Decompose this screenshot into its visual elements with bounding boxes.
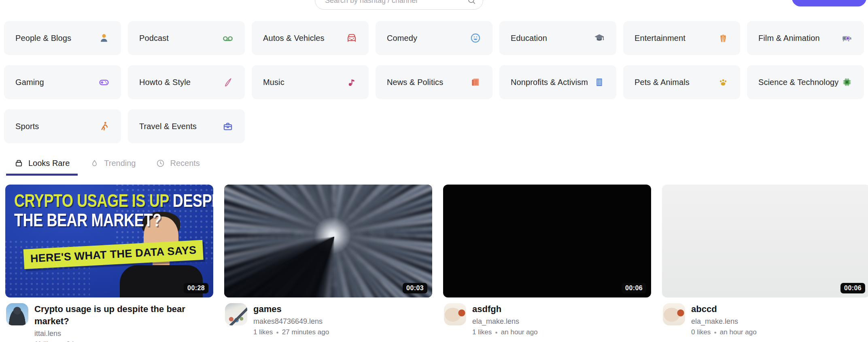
category-pets-animals[interactable]: Pets & Animals — [623, 65, 740, 99]
car-icon — [346, 32, 357, 44]
dot-separator: ● — [495, 330, 498, 335]
category-podcast[interactable]: Podcast — [128, 21, 245, 55]
tab-label: Recents — [170, 159, 199, 168]
channel-avatar[interactable] — [225, 303, 247, 325]
category-travel-events[interactable]: Travel & Events — [128, 109, 245, 143]
category-label: Howto & Style — [139, 78, 191, 87]
category-label: People & Blogs — [15, 34, 71, 43]
category-nonprofits-activism[interactable]: Nonprofits & Activism — [499, 65, 616, 99]
tab-label: Trending — [104, 159, 136, 168]
video-card: 00:06 abccd ela_make.lens 0 likes ● an h… — [662, 185, 868, 342]
video-card: 00:03 games makes84736649.lens 1 likes ●… — [224, 185, 432, 342]
categories-grid: People & Blogs Podcast Autos & Vehicles … — [4, 21, 864, 143]
category-label: News & Politics — [387, 78, 443, 87]
dot-separator: ● — [714, 330, 717, 335]
category-gaming[interactable]: Gaming — [4, 65, 121, 99]
video-title[interactable]: asdfgh — [472, 303, 538, 315]
tab-looks-rare[interactable]: Looks Rare — [6, 158, 78, 176]
category-label: Entertainment — [635, 34, 685, 43]
category-label: Gaming — [15, 78, 44, 87]
video-thumbnail[interactable]: 00:03 — [224, 185, 432, 297]
category-label: Pets & Animals — [635, 78, 690, 87]
office-building-icon — [594, 76, 605, 88]
video-likes: 1 likes — [472, 328, 492, 336]
video-likes: 1 likes — [253, 328, 273, 336]
video-time: 2 hours ago — [66, 340, 103, 342]
category-music[interactable]: Music — [252, 65, 369, 99]
video-stats: 11 likes ● 2 hours ago — [34, 340, 211, 342]
athlete-icon — [98, 121, 110, 132]
channel-avatar[interactable] — [663, 303, 685, 325]
video-channel[interactable]: ittai.lens — [34, 329, 211, 338]
page-root: { "header": { "search": { "placeholder":… — [0, 0, 868, 342]
paintbrush-icon — [222, 76, 233, 88]
video-channel[interactable]: makes84736649.lens — [253, 317, 329, 326]
category-label: Comedy — [387, 34, 417, 43]
video-duration-badge: 00:06 — [840, 283, 865, 293]
search-bar — [315, 0, 483, 10]
video-stats: 0 likes ● an hour ago — [691, 328, 757, 336]
category-label: Autos & Vehicles — [263, 34, 325, 43]
video-channel[interactable]: ela_make.lens — [691, 317, 757, 326]
category-label: Music — [263, 78, 284, 87]
collect-jar-icon — [14, 159, 23, 168]
category-label: Science & Technology — [758, 78, 838, 87]
video-stats: 1 likes ● 27 minutes ago — [253, 328, 329, 336]
video-card: 00:06 asdfgh ela_make.lens 1 likes ● an … — [443, 185, 651, 342]
video-thumbnail[interactable]: 00:06 — [662, 185, 868, 297]
tab-recents[interactable]: Recents — [148, 158, 208, 176]
category-label: Podcast — [139, 34, 169, 43]
video-meta: Crypto usage is up despite the bear mark… — [5, 303, 213, 342]
video-time: an hour ago — [501, 328, 538, 336]
tab-trending[interactable]: Trending — [82, 158, 144, 176]
tab-label: Looks Rare — [28, 159, 70, 168]
category-autos-vehicles[interactable]: Autos & Vehicles — [252, 21, 369, 55]
category-science-technology[interactable]: Science & Technology — [747, 65, 864, 99]
search-input[interactable] — [315, 0, 483, 9]
microchip-icon — [841, 76, 853, 88]
connect-wallet-button[interactable]: Connect Wallet — [792, 0, 866, 6]
comedy-face-icon — [470, 32, 481, 44]
video-title[interactable]: Crypto usage is up despite the bear mark… — [34, 303, 211, 327]
category-label: Film & Animation — [758, 34, 820, 43]
flame-icon — [90, 159, 99, 168]
video-time: 27 minutes ago — [282, 328, 329, 336]
videos-grid: CRYPTO USAGE IS UP DESPITETHE BEAR MARKE… — [5, 185, 868, 342]
category-education[interactable]: Education — [499, 21, 616, 55]
newspaper-icon — [470, 76, 481, 88]
video-meta: games makes84736649.lens 1 likes ● 27 mi… — [224, 303, 432, 336]
video-title[interactable]: abccd — [691, 303, 757, 315]
video-meta: abccd ela_make.lens 0 likes ● an hour ag… — [662, 303, 868, 336]
category-comedy[interactable]: Comedy — [376, 21, 492, 55]
thumbnail-headline: CRYPTO USAGE IS UP DESPITETHE BEAR MARKE… — [14, 191, 213, 229]
graduation-cap-icon — [594, 32, 605, 44]
search-icon — [467, 0, 476, 5]
video-duration-badge: 00:28 — [184, 283, 208, 293]
category-sports[interactable]: Sports — [4, 109, 121, 143]
category-film-animation[interactable]: Film & Animation — [747, 21, 864, 55]
category-people-blogs[interactable]: People & Blogs — [4, 21, 121, 55]
category-entertainment[interactable]: Entertainment — [623, 21, 740, 55]
category-label: Travel & Events — [139, 122, 197, 131]
category-label: Nonprofits & Activism — [511, 78, 588, 87]
dot-separator: ● — [276, 330, 279, 335]
video-card: CRYPTO USAGE IS UP DESPITETHE BEAR MARKE… — [5, 185, 213, 342]
video-stats: 1 likes ● an hour ago — [472, 328, 538, 336]
thumbnail-blur-shadow — [224, 185, 432, 297]
category-howto-style[interactable]: Howto & Style — [128, 65, 245, 99]
video-channel[interactable]: ela_make.lens — [472, 317, 538, 326]
category-label: Sports — [15, 122, 39, 131]
video-title[interactable]: games — [253, 303, 329, 315]
paw-prints-icon — [717, 76, 729, 88]
channel-avatar[interactable] — [6, 303, 28, 325]
video-meta: asdfgh ela_make.lens 1 likes ● an hour a… — [443, 303, 651, 336]
category-news-politics[interactable]: News & Politics — [376, 65, 492, 99]
clock-icon — [156, 159, 165, 168]
channel-avatar[interactable] — [444, 303, 466, 325]
category-label: Education — [511, 34, 547, 43]
music-note-icon — [346, 76, 357, 88]
video-thumbnail[interactable]: CRYPTO USAGE IS UP DESPITETHE BEAR MARKE… — [5, 185, 213, 297]
podcast-loop-icon — [222, 32, 233, 44]
video-thumbnail[interactable]: 00:06 — [443, 185, 651, 297]
person-icon — [98, 32, 110, 44]
